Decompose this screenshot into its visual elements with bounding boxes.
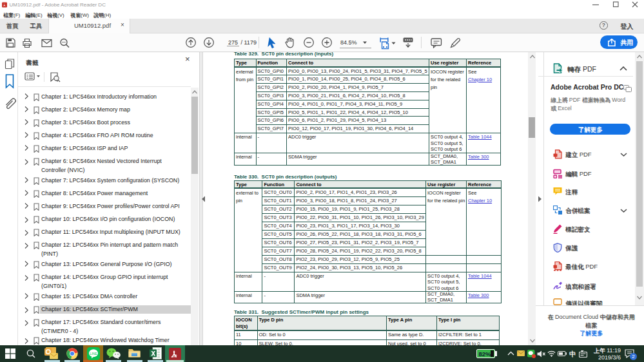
svg-text:LINE: LINE [90,352,97,356]
